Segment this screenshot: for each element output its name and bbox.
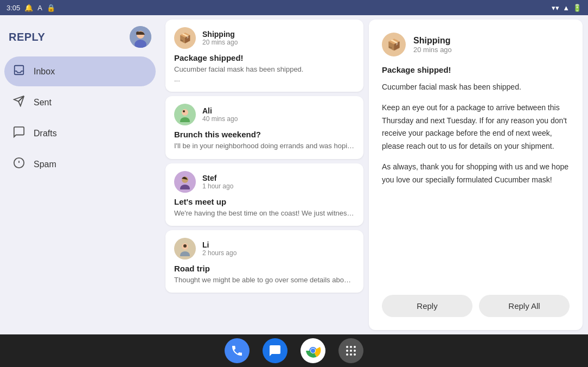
- status-time: 3:05: [7, 4, 20, 12]
- taskbar-phone[interactable]: [225, 338, 250, 363]
- avatar-ali: [174, 104, 196, 125]
- sidebar-item-spam[interactable]: Spam: [4, 149, 156, 179]
- taskbar: [0, 334, 588, 367]
- svg-point-16: [183, 244, 187, 248]
- email-card-shipping[interactable]: 📦 Shipping 20 mins ago Package shipped! …: [165, 20, 363, 92]
- taskbar-apps[interactable]: [338, 338, 363, 363]
- svg-point-27: [346, 353, 348, 356]
- detail-subject: Package shipped!: [382, 65, 570, 74]
- detail-sender-name: Shipping: [413, 36, 452, 46]
- detail-avatar: 📦: [382, 33, 406, 56]
- app-body: REPLY Inbox: [0, 15, 588, 334]
- avatar-stef: [174, 171, 196, 193]
- email-subject-ali: Brunch this weekend?: [174, 130, 355, 139]
- sender-info-ali: Ali 40 mins ago: [202, 106, 238, 123]
- notification-icon: 🔔: [24, 4, 33, 12]
- app-title: REPLY: [9, 31, 45, 43]
- svg-rect-4: [15, 66, 24, 75]
- sender-name-stef: Stef: [202, 174, 233, 182]
- sidebar-item-drafts[interactable]: Drafts: [4, 118, 156, 148]
- svg-point-15: [180, 251, 190, 256]
- sender-name-ali: Ali: [202, 106, 238, 115]
- svg-point-21: [346, 346, 348, 348]
- detail-body-2: Keep an eye out for a package to arrive …: [382, 102, 570, 153]
- sender-name-li: Li: [202, 241, 237, 249]
- sent-label: Sent: [34, 98, 52, 107]
- svg-point-28: [350, 353, 352, 356]
- sender-time-ali: 40 mins ago: [202, 115, 238, 123]
- svg-point-29: [354, 353, 356, 356]
- detail-sender-info: Shipping 20 mins ago: [413, 36, 452, 54]
- svg-point-20: [311, 349, 315, 353]
- sidebar-item-sent[interactable]: Sent: [4, 87, 156, 117]
- sender-time-stef: 1 hour ago: [202, 182, 233, 190]
- status-bar: 3:05 🔔 A 🔒 ▾▾ ▲ 🔋: [0, 0, 588, 15]
- battery-icon: 🔋: [573, 4, 581, 12]
- sidebar-header: REPLY: [0, 20, 160, 56]
- svg-point-9: [182, 109, 188, 116]
- account-icon: A: [37, 4, 42, 12]
- drafts-icon: [13, 126, 25, 141]
- svg-point-24: [346, 350, 348, 352]
- svg-point-22: [350, 346, 352, 348]
- sender-info-shipping: Shipping 20 mins ago: [202, 30, 238, 46]
- detail-body-1: Cucumber facial mask has been shipped.: [382, 81, 570, 94]
- lock-icon: 🔒: [47, 4, 55, 12]
- signal-icon: ▲: [563, 4, 570, 12]
- inbox-icon: [13, 64, 25, 79]
- reply-all-button[interactable]: Reply All: [479, 295, 570, 317]
- detail-body: Cucumber facial mask has been shipped. K…: [382, 81, 570, 284]
- email-preview-stef: We're having the best time on the coast!…: [174, 208, 355, 218]
- email-detail: 📦 Shipping 20 mins ago Package shipped! …: [369, 20, 583, 330]
- email-card-stef[interactable]: Stef 1 hour ago Let's meet up We're havi…: [165, 163, 363, 226]
- spam-label: Spam: [34, 160, 56, 169]
- email-card-li[interactable]: Li 2 hours ago Road trip Thought we migh…: [165, 230, 363, 293]
- sender-info-stef: Stef 1 hour ago: [202, 174, 233, 190]
- svg-point-26: [354, 350, 356, 352]
- email-preview-shipping: Cucumber facial mask has been shipped.: [174, 65, 355, 74]
- user-avatar[interactable]: [130, 26, 151, 48]
- sidebar-nav: Inbox Sent Drafts: [0, 56, 160, 179]
- drafts-label: Drafts: [34, 129, 57, 138]
- inbox-label: Inbox: [34, 67, 55, 77]
- email-list: 📦 Shipping 20 mins ago Package shipped! …: [160, 15, 369, 334]
- email-preview-li: Thought we might be able to go over some…: [174, 275, 355, 285]
- svg-point-23: [354, 346, 356, 348]
- email-subject-li: Road trip: [174, 264, 355, 273]
- reply-button[interactable]: Reply: [382, 295, 472, 317]
- avatar-li: [174, 238, 196, 260]
- detail-header: 📦 Shipping 20 mins ago: [382, 33, 570, 56]
- email-subject-stef: Let's meet up: [174, 197, 355, 206]
- email-card-ali[interactable]: Ali 40 mins ago Brunch this weekend? I'l…: [165, 96, 363, 159]
- svg-point-10: [180, 117, 190, 122]
- taskbar-chrome[interactable]: [301, 338, 325, 363]
- detail-body-3: As always, thank you for shopping with u…: [382, 161, 570, 187]
- email-preview-shipping-2: ...: [174, 74, 355, 84]
- sidebar: REPLY Inbox: [0, 15, 160, 334]
- sender-time-shipping: 20 mins ago: [202, 39, 238, 46]
- sender-name-shipping: Shipping: [202, 30, 238, 39]
- avatar-shipping: 📦: [174, 27, 196, 49]
- svg-point-11: [183, 110, 185, 112]
- sender-time-li: 2 hours ago: [202, 249, 237, 257]
- sent-icon: [13, 95, 25, 110]
- spam-icon: [13, 157, 25, 172]
- sender-info-li: Li 2 hours ago: [202, 241, 237, 257]
- detail-actions: Reply Reply All: [382, 295, 570, 317]
- svg-point-25: [350, 350, 352, 352]
- email-subject-shipping: Package shipped!: [174, 53, 355, 62]
- taskbar-messages[interactable]: [263, 338, 287, 363]
- detail-time: 20 mins ago: [413, 46, 452, 54]
- svg-point-13: [180, 185, 190, 189]
- email-preview-ali: I'll be in your neighborhood doing erran…: [174, 141, 355, 151]
- sidebar-item-inbox[interactable]: Inbox: [4, 56, 156, 86]
- wifi-icon: ▾▾: [552, 4, 559, 12]
